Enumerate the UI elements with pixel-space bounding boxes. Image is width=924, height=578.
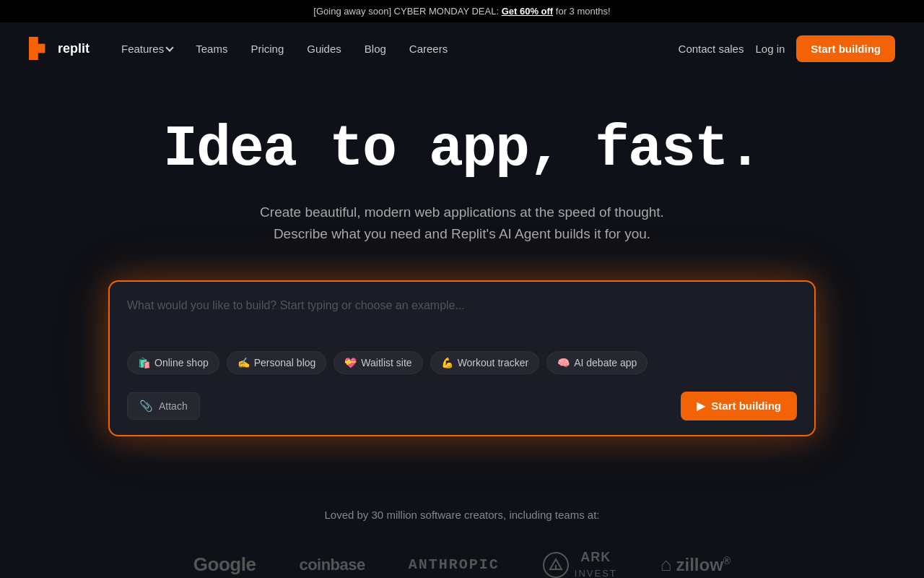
company-logos-row: Google coinbase ANTHROPIC ARKINVEST ⌂ zi… bbox=[29, 550, 895, 578]
personal-blog-emoji: ✍️ bbox=[237, 357, 250, 368]
hero-section: Idea to app, fast. Create beautiful, mod… bbox=[0, 74, 924, 509]
nav-link-teams[interactable]: Teams bbox=[187, 38, 236, 59]
login-button[interactable]: Log in bbox=[755, 43, 785, 55]
send-icon: ▶ bbox=[697, 400, 705, 413]
nav-link-blog[interactable]: Blog bbox=[356, 38, 395, 59]
start-building-main-button[interactable]: ▶ Start building bbox=[681, 392, 797, 420]
chip-personal-blog[interactable]: ✍️ Personal blog bbox=[227, 351, 327, 374]
banner-text-suffix: for 3 months! bbox=[556, 6, 611, 17]
online-shop-emoji: 🛍️ bbox=[138, 357, 150, 368]
nav-link-careers[interactable]: Careers bbox=[401, 38, 456, 59]
nav-left: replit Features Teams Pricing Guides Blo… bbox=[29, 37, 456, 60]
ark-circle-icon bbox=[543, 552, 569, 578]
nav-link-guides[interactable]: Guides bbox=[298, 38, 350, 59]
nav-links: Features Teams Pricing Guides Blog Caree… bbox=[113, 38, 456, 59]
nav-link-pricing[interactable]: Pricing bbox=[242, 38, 292, 59]
nav-right: Contact sales Log in Start building bbox=[679, 35, 895, 62]
logo[interactable]: replit bbox=[29, 37, 90, 60]
online-shop-label: Online shop bbox=[154, 357, 209, 368]
logo-text: replit bbox=[58, 41, 90, 56]
top-banner: [Going away soon] CYBER MONDAY DEAL: Get… bbox=[0, 0, 924, 22]
coinbase-logo: coinbase bbox=[299, 556, 365, 574]
chip-waitlist-site[interactable]: 💝 Waitlist site bbox=[334, 351, 422, 374]
loved-by-text: Loved by 30 million software creators, i… bbox=[29, 509, 895, 521]
ark-icon-svg bbox=[549, 558, 563, 572]
replit-logo-icon bbox=[29, 37, 52, 60]
start-building-nav-button[interactable]: Start building bbox=[796, 35, 895, 62]
nav-link-features[interactable]: Features bbox=[113, 38, 181, 59]
attach-button[interactable]: 📎 Attach bbox=[127, 392, 200, 420]
ark-invest-logo: ARKINVEST bbox=[543, 550, 617, 578]
chips-row: 🛍️ Online shop ✍️ Personal blog 💝 Waitli… bbox=[127, 351, 797, 374]
chip-online-shop[interactable]: 🛍️ Online shop bbox=[127, 351, 219, 374]
zillow-logo: ⌂ zillow® bbox=[661, 553, 731, 576]
build-textarea[interactable] bbox=[127, 299, 797, 334]
hero-subtitle: Create beautiful, modern web application… bbox=[231, 202, 693, 246]
ark-text: ARKINVEST bbox=[575, 550, 617, 578]
ai-debate-emoji: 🧠 bbox=[557, 357, 570, 368]
ai-debate-label: AI debate app bbox=[574, 357, 637, 368]
waitlist-site-label: Waitlist site bbox=[361, 357, 411, 368]
paperclip-icon: 📎 bbox=[139, 400, 153, 413]
contact-sales-button[interactable]: Contact sales bbox=[679, 43, 744, 55]
hero-title: Idea to app, fast. bbox=[163, 118, 761, 181]
loved-by-section: Loved by 30 million software creators, i… bbox=[0, 509, 924, 578]
svg-rect-3 bbox=[29, 51, 38, 60]
build-input-container: 🛍️ Online shop ✍️ Personal blog 💝 Waitli… bbox=[108, 280, 816, 436]
anthropic-logo: ANTHROPIC bbox=[409, 556, 500, 573]
attach-label: Attach bbox=[159, 400, 188, 412]
chevron-down-icon bbox=[166, 43, 174, 51]
waitlist-site-emoji: 💝 bbox=[344, 357, 357, 368]
banner-text-prefix: [Going away soon] CYBER MONDAY DEAL: bbox=[313, 6, 499, 17]
navbar: replit Features Teams Pricing Guides Blo… bbox=[0, 22, 924, 74]
workout-tracker-label: Workout tracker bbox=[458, 357, 529, 368]
start-building-main-label: Start building bbox=[711, 400, 781, 412]
banner-deal-link[interactable]: Get 60% off bbox=[502, 6, 554, 17]
input-footer: 📎 Attach ▶ Start building bbox=[127, 392, 797, 420]
chip-ai-debate-app[interactable]: 🧠 AI debate app bbox=[546, 351, 648, 374]
chip-workout-tracker[interactable]: 💪 Workout tracker bbox=[430, 351, 540, 374]
google-logo: Google bbox=[193, 553, 256, 576]
workout-tracker-emoji: 💪 bbox=[441, 357, 453, 368]
personal-blog-label: Personal blog bbox=[254, 357, 316, 368]
